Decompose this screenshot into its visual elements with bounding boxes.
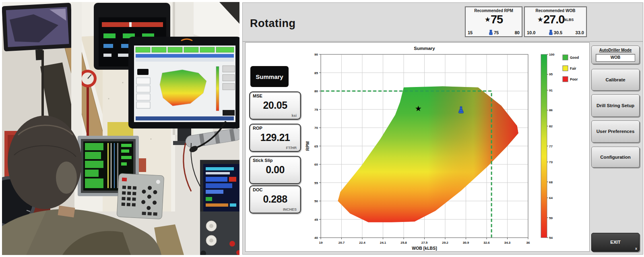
svg-text:54: 54 <box>549 236 553 240</box>
screenshot: Rotating Recommended RPM ★75 15 75 80 Re… <box>0 0 644 257</box>
wob-max: 33.0 <box>576 30 584 35</box>
metric-mse[interactable]: MSE 20.05 ksi <box>249 91 301 120</box>
user-preferences-button[interactable]: User Preferences <box>591 120 640 143</box>
chart-panel: 19 20.7 22.4 24.1 25.8 27.5 29.2 30.9 32… <box>245 42 590 252</box>
rpm-max: 80 <box>515 30 520 35</box>
metric-rop[interactable]: ROP 129.21 FT/HR <box>249 124 301 152</box>
calibrate-button[interactable]: Calibrate <box>591 69 640 91</box>
app-window: Rotating Recommended RPM ★75 15 75 80 Re… <box>242 2 643 255</box>
svg-text:80: 80 <box>314 89 318 93</box>
svg-text:60: 60 <box>314 163 318 166</box>
recommended-rpm-box: Recommended RPM ★75 15 75 80 <box>465 6 522 37</box>
recommended-wob-box: Recommended WOB ★27.0kLBS 10.0 30.5 33.0 <box>524 6 587 37</box>
star-icon: ★ <box>537 16 543 23</box>
svg-text:34.3: 34.3 <box>504 241 511 245</box>
rpm-current: 75 <box>489 30 499 35</box>
svg-text:RPM: RPM <box>305 141 310 151</box>
svg-text:55: 55 <box>314 181 318 185</box>
exit-button[interactable]: EXIT x <box>591 233 640 252</box>
wob-unit: kLBS <box>564 18 574 22</box>
svg-text:32.6: 32.6 <box>483 241 490 245</box>
svg-text:22.4: 22.4 <box>359 241 365 245</box>
page-title: Rotating <box>250 17 295 30</box>
svg-text:19: 19 <box>319 241 323 245</box>
exit-close-x: x <box>635 247 637 251</box>
svg-text:77: 77 <box>549 145 553 148</box>
svg-text:Poor: Poor <box>570 77 578 81</box>
svg-text:75: 75 <box>314 108 318 112</box>
metric-doc[interactable]: DOC 0.288 INCHES <box>249 185 301 213</box>
svg-text:64: 64 <box>549 196 553 200</box>
cabin-photo <box>2 2 239 255</box>
svg-text:100: 100 <box>549 53 555 56</box>
svg-text:Fair: Fair <box>570 66 576 70</box>
header-bar: Rotating Recommended RPM ★75 15 75 80 Re… <box>243 3 643 42</box>
svg-text:Good: Good <box>570 56 579 60</box>
driller-icon <box>489 30 493 35</box>
recommended-rpm-value: ★75 <box>466 14 522 25</box>
svg-text:86: 86 <box>549 108 553 112</box>
svg-text:45: 45 <box>314 218 318 222</box>
keypad-console <box>117 173 164 219</box>
metric-stick-slip[interactable]: Stick Slip 0.00 <box>249 156 301 184</box>
svg-text:27.5: 27.5 <box>421 241 428 245</box>
svg-text:73: 73 <box>549 160 553 164</box>
svg-text:20.7: 20.7 <box>339 241 345 245</box>
drill-string-setup-button[interactable]: Drill String Setup <box>591 94 640 117</box>
svg-text:29.2: 29.2 <box>442 241 448 245</box>
svg-text:65: 65 <box>314 145 318 148</box>
rpm-min: 15 <box>468 30 473 35</box>
wob-range-row: 10.0 30.5 33.0 <box>527 30 584 35</box>
summary-button[interactable]: Summary <box>250 66 289 87</box>
svg-text:40: 40 <box>314 236 318 240</box>
svg-text:95: 95 <box>549 73 553 76</box>
svg-text:Summary: Summary <box>414 46 435 51</box>
autodriller-mode-label: AutoDriller Mode <box>599 48 632 53</box>
svg-text:85: 85 <box>314 71 318 75</box>
driller-icon <box>549 30 553 35</box>
wob-current: 30.5 <box>549 30 562 35</box>
autodriller-mode-button[interactable]: AutoDriller Mode WOB <box>591 46 640 64</box>
svg-text:★: ★ <box>415 104 422 113</box>
recommended-wob-title: Recommended WOB <box>525 8 586 13</box>
recommended-wob-value: ★27.0kLBS <box>525 14 586 25</box>
rpm-range-row: 15 75 80 <box>468 30 520 35</box>
svg-text:25.8: 25.8 <box>400 241 407 245</box>
svg-text:24.1: 24.1 <box>380 241 386 245</box>
svg-text:82: 82 <box>549 124 553 128</box>
svg-text:WOB [kLBS]: WOB [kLBS] <box>412 246 437 251</box>
recommended-rpm-title: Recommended RPM <box>466 8 522 13</box>
autodriller-mode-value: WOB <box>596 54 635 62</box>
svg-text:68: 68 <box>549 180 553 184</box>
configuration-button[interactable]: Configuration <box>591 147 640 168</box>
svg-text:50: 50 <box>314 199 318 203</box>
wob-min: 10.0 <box>527 30 535 35</box>
svg-text:90: 90 <box>314 53 318 56</box>
svg-text:70: 70 <box>314 126 318 130</box>
svg-text:59: 59 <box>549 216 553 220</box>
svg-text:36: 36 <box>526 241 530 245</box>
svg-text:30.9: 30.9 <box>463 241 469 245</box>
star-icon: ★ <box>485 16 491 23</box>
svg-text:91: 91 <box>549 89 553 92</box>
